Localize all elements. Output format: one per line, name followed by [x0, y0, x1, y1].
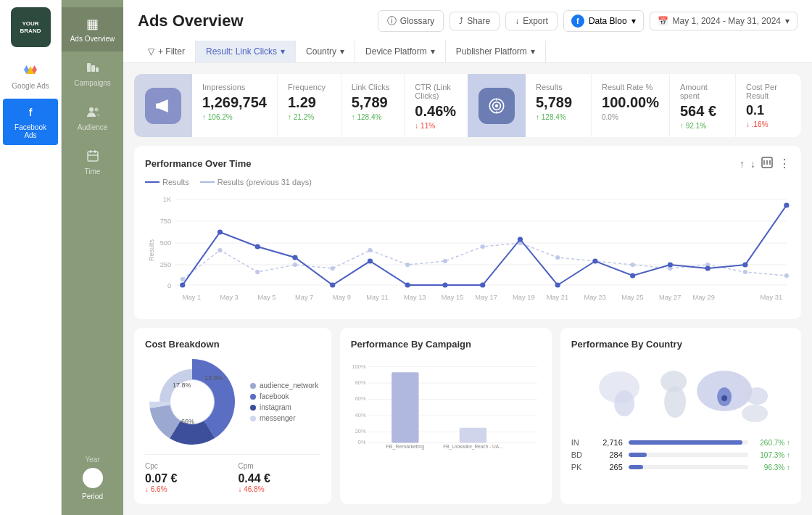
- svg-point-77: [668, 263, 673, 268]
- brand-logo-text: YOUR BRAND: [20, 20, 41, 34]
- filter-country-label: Country: [306, 46, 336, 57]
- svg-text:500: 500: [160, 239, 172, 247]
- svg-point-49: [255, 270, 260, 274]
- svg-point-47: [181, 277, 185, 281]
- svg-rect-10: [156, 103, 158, 108]
- svg-point-68: [330, 283, 335, 288]
- export-button[interactable]: ↓ Export: [505, 12, 558, 30]
- frequency-label: Frequency: [288, 83, 331, 91]
- glossary-button[interactable]: ⓘ Glossary: [378, 10, 444, 32]
- chart-down-btn[interactable]: ↓: [750, 158, 755, 170]
- legend-instagram-label: instagram: [260, 403, 291, 411]
- filter-device[interactable]: Device Platform ▾: [355, 41, 446, 62]
- sidebar-item-campaigns[interactable]: Campaigns: [62, 52, 123, 96]
- amount-spent-change: ↑ 92.1%: [680, 122, 725, 130]
- legend-instagram: instagram: [250, 403, 318, 411]
- svg-text:May 1: May 1: [183, 294, 201, 301]
- share-button[interactable]: ⤴ Share: [450, 12, 500, 30]
- impressions-value: 1,269,754: [202, 94, 267, 111]
- ads-overview-icon: ▦: [86, 16, 99, 32]
- svg-point-76: [630, 273, 635, 279]
- cpm-change: ↓ 46.8%: [238, 485, 320, 493]
- country-row-bd: BD 284 107.3% ↑: [571, 450, 790, 459]
- svg-point-112: [721, 395, 727, 401]
- svg-marker-9: [159, 99, 168, 112]
- filter-country[interactable]: Country ▾: [296, 41, 355, 62]
- svg-text:1K: 1K: [163, 196, 171, 203]
- svg-point-48: [218, 248, 222, 252]
- country-row-pk: PK 265 96.3% ↑: [571, 463, 790, 471]
- legend-results-label: Results: [162, 178, 189, 186]
- filter-button[interactable]: ▽ + Filter: [138, 41, 196, 62]
- cpm-metric: Cpm 0.44 € ↓ 46.8%: [238, 462, 320, 493]
- period-toggle[interactable]: [83, 468, 103, 488]
- svg-text:750: 750: [160, 218, 172, 225]
- svg-text:0: 0: [167, 282, 171, 289]
- link-clicks-change: ↑ 128.4%: [352, 113, 394, 121]
- sidebar-item-time[interactable]: Time: [62, 140, 123, 184]
- svg-text:100%: 100%: [352, 363, 365, 370]
- legend-facebook: facebook: [250, 392, 318, 400]
- legend-messenger-dot: [250, 416, 256, 421]
- legend-results-line: [145, 181, 160, 183]
- country-value-bd: 284: [595, 450, 623, 459]
- frequency-change: ↑ 21.2%: [288, 113, 331, 121]
- svg-point-54: [443, 259, 447, 263]
- chart-export-btn[interactable]: [761, 157, 773, 170]
- svg-point-80: [784, 203, 789, 208]
- date-range-picker[interactable]: 📅 May 1, 2024 - May 31, 2024 ▾: [650, 12, 798, 30]
- campaign-chart-svg: 100% 80% 60% 40% 20% 0%: [351, 358, 541, 453]
- svg-text:May 21: May 21: [547, 294, 568, 301]
- nav-item-google-ads[interactable]: Google Ads: [0, 54, 61, 97]
- link-clicks-value: 5,789: [352, 94, 394, 111]
- svg-point-57: [555, 255, 560, 260]
- country-pct-bd: 107.3% ↑: [754, 451, 790, 459]
- svg-rect-103: [459, 428, 486, 443]
- svg-text:60%: 60%: [355, 395, 365, 402]
- filter-result[interactable]: Result: Link Clicks ▾: [196, 41, 296, 62]
- metric-ctr: CTR (Link Clicks) 0.46% ↓ 11%: [405, 74, 468, 137]
- main-content: Ads Overview ⓘ Glossary ⤴ Share ↓ Export…: [123, 0, 812, 515]
- svg-text:May 17: May 17: [475, 294, 497, 301]
- svg-rect-0: [87, 63, 91, 72]
- chart-more-btn[interactable]: ⋮: [779, 157, 790, 170]
- link-clicks-label: Link Clicks: [352, 83, 394, 91]
- sidebar-item-ads-overview[interactable]: ▦ Ads Overview: [62, 7, 123, 52]
- metric-cost-per-result: Cost Per Result 0.1 ↓ .16%: [736, 74, 801, 137]
- campaign-performance-card: Performance By Campaign 100% 80% 60% 40%…: [340, 328, 552, 504]
- country-bar-in: [629, 440, 742, 445]
- year-label: Year: [85, 456, 99, 464]
- ctr-label: CTR (Link Clicks): [415, 83, 457, 100]
- metrics-left-group: Impressions 1,269,754 ↑ 106.2% Frequency…: [192, 74, 468, 137]
- sidebar-label-campaigns: Campaigns: [74, 79, 111, 87]
- metric-results: Results 5,789 ↑ 128.4%: [526, 74, 592, 137]
- world-map-svg: [571, 358, 790, 431]
- amount-spent-label: Amount spent: [680, 83, 725, 100]
- impressions-change: ↑ 106.2%: [202, 113, 267, 121]
- svg-point-109: [664, 386, 686, 418]
- legend-messenger: messenger: [250, 414, 318, 422]
- svg-text:May 25: May 25: [621, 294, 643, 301]
- svg-rect-2: [96, 67, 99, 72]
- content-area: Impressions 1,269,754 ↑ 106.2% Frequency…: [123, 63, 812, 515]
- calendar-icon: 📅: [658, 16, 668, 26]
- svg-text:Results: Results: [148, 239, 155, 261]
- svg-text:FB_Lookalike_Reach - UA...: FB_Lookalike_Reach - UA...: [443, 444, 503, 450]
- cpc-label: Cpc: [145, 462, 227, 470]
- filter-publisher[interactable]: Publisher Platform ▾: [446, 41, 546, 62]
- legend-results: Results: [145, 178, 189, 186]
- fb-account-name: Data Bloo: [589, 16, 627, 26]
- filter-publisher-chevron: ▾: [531, 46, 535, 57]
- svg-point-66: [255, 244, 260, 250]
- chart-up-btn[interactable]: ↑: [740, 158, 745, 170]
- fb-account-selector[interactable]: f Data Bloo ▾: [563, 10, 644, 32]
- cpc-metric: Cpc 0.07 € ↓ 6.6%: [145, 462, 227, 493]
- nav-item-facebook-ads[interactable]: f Facebook Ads: [3, 99, 58, 145]
- svg-text:0%: 0%: [358, 439, 366, 445]
- filter-bar: ▽ + Filter Result: Link Clicks ▾ Country…: [138, 41, 798, 62]
- filter-icon: ▽: [148, 46, 154, 57]
- sidebar-item-audience[interactable]: Audience: [62, 96, 123, 140]
- metrics-right-icon-box: [468, 74, 526, 137]
- filter-result-chevron: ▾: [281, 46, 285, 57]
- left-nav: YOUR BRAND Google Ads f Facebook Ads: [0, 0, 62, 515]
